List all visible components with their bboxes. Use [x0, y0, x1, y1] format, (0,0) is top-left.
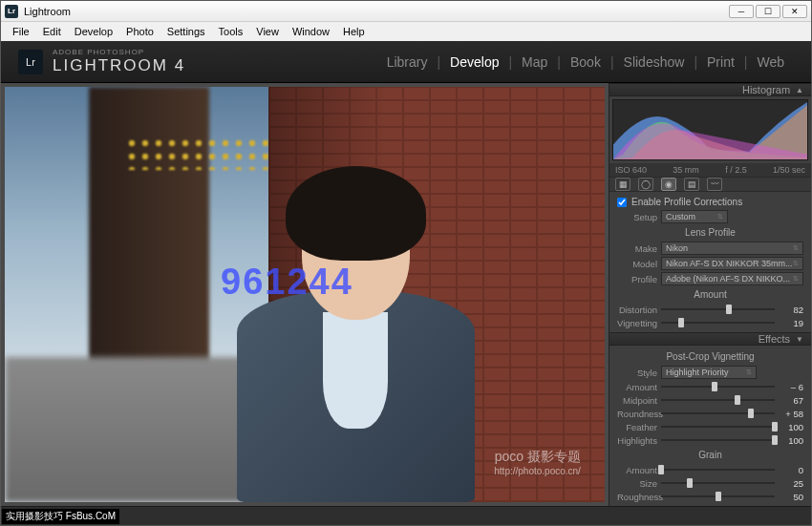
vignette-amount-slider[interactable] — [661, 381, 775, 392]
vignette-style-select[interactable]: Highlight Priority⇅ — [661, 366, 757, 379]
watermark-poco: poco 摄影专题http://photo.poco.cn/ — [494, 448, 581, 477]
histogram-header[interactable]: Histogram▲ — [609, 83, 811, 96]
module-develop[interactable]: Develop — [440, 54, 508, 70]
exif-strip: ISO 640 35 mm f / 2.5 1/50 sec — [609, 163, 811, 178]
exif-iso: ISO 640 — [615, 165, 647, 175]
histogram[interactable] — [612, 99, 808, 160]
enable-profile-input[interactable] — [617, 198, 627, 207]
window-title: Lightroom — [24, 6, 71, 17]
make-select[interactable]: Nikon⇅ — [661, 242, 803, 255]
tool-strip: ▦ ◯ ◉ ▤ 〰 — [609, 178, 811, 192]
vignette-heading: Post-Crop Vignetting — [617, 348, 803, 365]
effects-header[interactable]: Effects▼ — [609, 332, 811, 346]
vignette-highlights-slider[interactable] — [661, 434, 775, 446]
menu-tools[interactable]: Tools — [213, 24, 249, 39]
spot-tool-icon[interactable]: ◯ — [638, 178, 653, 191]
grain-heading: Grain — [617, 447, 803, 463]
module-library[interactable]: Library — [377, 54, 438, 70]
grain-amount-slider[interactable] — [661, 464, 775, 475]
app-icon: Lr — [5, 5, 18, 18]
menu-settings[interactable]: Settings — [161, 24, 211, 39]
app-body: Lr ADOBE PHOTOSHOP LIGHTROOM 4 Library| … — [1, 41, 811, 525]
profile-select[interactable]: Adobe (Nikon AF-S DX NIKKO...⇅ — [661, 272, 803, 285]
watermark-number: 961244 — [221, 262, 353, 303]
module-map[interactable]: Map — [512, 54, 557, 70]
exif-focal: 35 mm — [673, 165, 699, 175]
distortion-value: 82 — [779, 305, 803, 315]
vignetting-value: 19 — [779, 318, 803, 328]
brand-bar: Lr ADOBE PHOTOSHOP LIGHTROOM 4 Library| … — [1, 41, 811, 83]
amount-heading: Amount — [617, 286, 803, 303]
grain-size-slider[interactable] — [661, 477, 775, 489]
menu-help[interactable]: Help — [337, 24, 371, 39]
enable-profile-checkbox[interactable]: Enable Profile Corrections — [617, 195, 803, 209]
vignette-midpoint-slider[interactable] — [661, 394, 775, 406]
close-button[interactable]: ✕ — [782, 5, 807, 18]
lens-profile-heading: Lens Profile — [617, 224, 803, 241]
vignetting-slider[interactable] — [661, 317, 775, 328]
minimize-button[interactable]: ─ — [729, 5, 754, 18]
menu-view[interactable]: View — [250, 24, 285, 39]
crop-tool-icon[interactable]: ▦ — [615, 178, 630, 191]
photo-preview: 961244 poco 摄影专题http://photo.poco.cn/ — [5, 87, 605, 502]
menu-edit[interactable]: Edit — [37, 24, 67, 39]
brand-icon: Lr — [18, 50, 43, 74]
menubar: File Edit Develop Photo Settings Tools V… — [1, 22, 811, 41]
maximize-button[interactable]: ☐ — [756, 5, 780, 18]
brand-tag: ADOBE PHOTOSHOP — [53, 48, 185, 56]
exif-aperture: f / 2.5 — [725, 165, 747, 175]
menu-window[interactable]: Window — [287, 24, 335, 39]
footer-watermark: 实用摄影技巧 FsBus.CoM — [2, 509, 119, 524]
titlebar: Lr Lightroom ─ ☐ ✕ — [1, 1, 811, 22]
image-canvas[interactable]: 961244 poco 摄影专题http://photo.poco.cn/ — [1, 83, 609, 506]
menu-develop[interactable]: Develop — [69, 24, 118, 39]
app-window: Lr Lightroom ─ ☐ ✕ File Edit Develop Pho… — [0, 0, 812, 526]
setup-select[interactable]: Custom⇅ — [661, 210, 728, 223]
redeye-tool-icon[interactable]: ◉ — [661, 178, 676, 191]
menu-file[interactable]: File — [7, 24, 35, 39]
distortion-slider[interactable] — [661, 304, 775, 315]
toolbar-bottom: ▭ Y|Y — [1, 506, 811, 525]
module-print[interactable]: Print — [697, 54, 744, 70]
vignette-feather-slider[interactable] — [661, 421, 775, 432]
module-slideshow[interactable]: Slideshow — [614, 54, 694, 70]
model-select[interactable]: Nikon AF-S DX NIKKOR 35mm...⇅ — [661, 257, 803, 270]
exif-shutter: 1/50 sec — [773, 165, 805, 175]
brush-tool-icon[interactable]: 〰 — [707, 178, 722, 191]
gradient-tool-icon[interactable]: ▤ — [684, 178, 699, 191]
right-panel: Histogram▲ ISO 640 35 mm f / 2.5 1/50 se… — [609, 83, 811, 506]
module-book[interactable]: Book — [561, 54, 610, 70]
module-picker: Library| Develop| Map| Book| Slideshow| … — [377, 54, 794, 70]
grain-roughness-slider[interactable] — [661, 491, 775, 502]
vignette-roundness-slider[interactable] — [661, 408, 775, 419]
brand-name: LIGHTROOM 4 — [53, 56, 185, 75]
menu-photo[interactable]: Photo — [120, 24, 160, 39]
module-web[interactable]: Web — [747, 54, 794, 70]
